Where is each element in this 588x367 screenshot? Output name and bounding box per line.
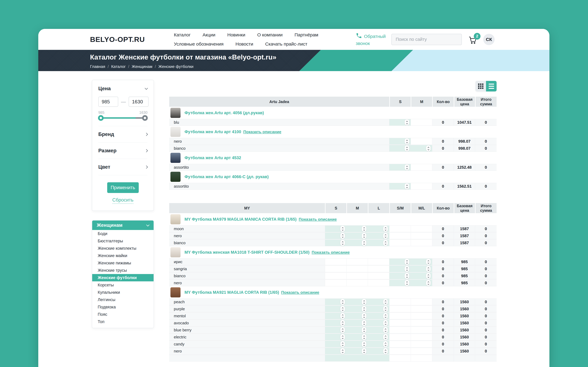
nav-item-secondary-2[interactable]: Скачать прайс-лист bbox=[265, 42, 307, 47]
nav-item-primary-3[interactable]: О компании bbox=[257, 32, 283, 37]
size-stepper[interactable] bbox=[362, 341, 366, 347]
cart-button[interactable]: 2 bbox=[468, 34, 478, 45]
size-stepper[interactable] bbox=[340, 299, 345, 305]
sidebar-item-2[interactable]: Женские комплекты bbox=[92, 245, 154, 252]
nav-item-primary-4[interactable]: Партнёрам bbox=[294, 32, 318, 37]
size-stepper[interactable] bbox=[405, 138, 409, 144]
size-stepper[interactable] bbox=[340, 320, 345, 326]
size-stepper[interactable] bbox=[405, 259, 409, 265]
reset-filters-link[interactable]: Сбросить bbox=[112, 197, 134, 204]
price-slider-track[interactable] bbox=[98, 117, 147, 119]
product-name-link[interactable]: MY Футболка MA921 MAGLIA CORTA RIB (1/65… bbox=[184, 290, 279, 295]
sidebar-item-8[interactable]: Купальники bbox=[92, 289, 154, 296]
size-stepper[interactable] bbox=[383, 327, 388, 333]
size-stepper[interactable] bbox=[362, 233, 366, 239]
filter-section-1[interactable]: Размер bbox=[98, 148, 147, 154]
size-stepper[interactable] bbox=[405, 280, 409, 286]
sidebar-item-5[interactable]: Женские трусы bbox=[92, 267, 154, 274]
size-stepper[interactable] bbox=[340, 334, 345, 340]
size-stepper[interactable] bbox=[383, 233, 388, 239]
sidebar-item-10[interactable]: Подвязка bbox=[92, 303, 154, 311]
size-stepper[interactable] bbox=[405, 266, 409, 272]
size-stepper[interactable] bbox=[383, 348, 388, 354]
size-stepper[interactable] bbox=[426, 145, 431, 151]
filter-section-price[interactable]: Цена bbox=[98, 86, 147, 92]
nav-item-secondary-0[interactable]: Условные обозначения bbox=[174, 42, 224, 47]
size-stepper[interactable] bbox=[405, 183, 409, 189]
breadcrumb-item-2[interactable]: Женщинам bbox=[132, 64, 152, 69]
product-name-link[interactable]: MY Футболка женская MA1018 T-SHIRT OFF-S… bbox=[184, 250, 310, 255]
size-stepper[interactable] bbox=[362, 334, 366, 340]
size-stepper[interactable] bbox=[362, 327, 366, 333]
sidebar-item-7[interactable]: Корсеты bbox=[92, 281, 154, 289]
size-stepper[interactable] bbox=[426, 280, 431, 286]
size-stepper[interactable] bbox=[340, 327, 345, 333]
breadcrumb-item-3[interactable]: Женские футболки bbox=[158, 64, 193, 69]
product-name-link[interactable]: MY Футболка MA979 MAGLIA MANICA CORTA RI… bbox=[184, 217, 297, 222]
breadcrumb-item-0[interactable]: Главная bbox=[90, 64, 105, 69]
size-stepper[interactable] bbox=[340, 313, 345, 319]
size-stepper[interactable] bbox=[405, 119, 409, 125]
sidebar-item-3[interactable]: Женские майки bbox=[92, 252, 154, 259]
product-name-link[interactable]: Футболка жен.Artu арт. 4056 (дл.рукав) bbox=[184, 110, 264, 115]
product-name-link[interactable]: Футболка жен Artu арт 4532 bbox=[184, 156, 241, 160]
sidebar-item-6[interactable]: Женские футболки bbox=[92, 274, 154, 281]
size-stepper[interactable] bbox=[405, 273, 409, 279]
size-stepper[interactable] bbox=[426, 259, 431, 265]
price-max-input[interactable] bbox=[129, 97, 148, 107]
list-view-button[interactable] bbox=[486, 81, 497, 92]
size-stepper[interactable] bbox=[383, 226, 388, 232]
price-slider-handle-max[interactable] bbox=[142, 115, 148, 121]
sidebar-item-0[interactable]: Боди bbox=[92, 230, 154, 237]
grid-view-button[interactable] bbox=[476, 81, 486, 92]
show-description-link[interactable]: Показать описание bbox=[281, 290, 319, 295]
size-stepper[interactable] bbox=[405, 164, 409, 170]
size-stepper[interactable] bbox=[340, 233, 345, 239]
category-group-header[interactable]: Женщинам bbox=[92, 220, 154, 230]
size-stepper[interactable] bbox=[383, 299, 388, 305]
nav-item-primary-2[interactable]: Новинки bbox=[227, 32, 245, 37]
size-stepper[interactable] bbox=[340, 341, 345, 347]
size-stepper[interactable] bbox=[405, 145, 409, 151]
size-stepper[interactable] bbox=[362, 320, 366, 326]
show-description-link[interactable]: Показать описание bbox=[311, 250, 350, 255]
size-stepper[interactable] bbox=[383, 313, 388, 319]
product-name-link[interactable]: Футболка жен Artu арт 4100 bbox=[184, 130, 241, 134]
size-stepper[interactable] bbox=[362, 348, 366, 354]
callback-link[interactable]: Обратный звонок bbox=[356, 33, 389, 47]
sidebar-item-11[interactable]: Пояс bbox=[92, 311, 154, 318]
breadcrumb-item-1[interactable]: Каталог bbox=[111, 64, 126, 69]
show-description-link[interactable]: Показать описание bbox=[243, 130, 281, 134]
size-stepper[interactable] bbox=[362, 299, 366, 305]
size-stepper[interactable] bbox=[362, 240, 366, 246]
sidebar-item-9[interactable]: Леггинсы bbox=[92, 296, 154, 303]
size-stepper[interactable] bbox=[426, 273, 431, 279]
sidebar-item-4[interactable]: Женские пижамы bbox=[92, 259, 154, 267]
size-stepper[interactable] bbox=[383, 306, 388, 312]
size-stepper[interactable] bbox=[426, 266, 431, 272]
filter-section-2[interactable]: Цвет bbox=[98, 164, 147, 170]
show-description-link[interactable]: Показать описание bbox=[299, 217, 337, 222]
filter-section-0[interactable]: Бренд bbox=[98, 131, 147, 137]
sidebar-item-1[interactable]: Бюстгалтеры bbox=[92, 237, 154, 245]
size-stepper[interactable] bbox=[340, 240, 345, 246]
nav-item-primary-1[interactable]: Акции bbox=[203, 32, 216, 37]
size-stepper[interactable] bbox=[362, 306, 366, 312]
size-stepper[interactable] bbox=[340, 306, 345, 312]
size-stepper[interactable] bbox=[383, 240, 388, 246]
price-slider-handle-min[interactable] bbox=[98, 115, 104, 121]
size-stepper[interactable] bbox=[383, 334, 388, 340]
price-min-input[interactable] bbox=[98, 97, 118, 107]
site-logo[interactable]: BELYO-OPT.RU bbox=[90, 35, 145, 44]
nav-item-secondary-1[interactable]: Новости bbox=[235, 42, 253, 47]
size-stepper[interactable] bbox=[383, 320, 388, 326]
size-stepper[interactable] bbox=[340, 226, 345, 232]
avatar[interactable]: СК bbox=[483, 34, 495, 45]
search-input[interactable] bbox=[391, 34, 462, 45]
size-stepper[interactable] bbox=[340, 348, 345, 354]
size-stepper[interactable] bbox=[383, 341, 388, 347]
apply-filters-button[interactable]: Применить bbox=[107, 182, 139, 193]
nav-item-primary-0[interactable]: Каталог bbox=[174, 32, 191, 37]
product-name-link[interactable]: Футболка жен Artu арт 4066-С (дл. рукав) bbox=[184, 175, 268, 179]
size-stepper[interactable] bbox=[362, 226, 366, 232]
